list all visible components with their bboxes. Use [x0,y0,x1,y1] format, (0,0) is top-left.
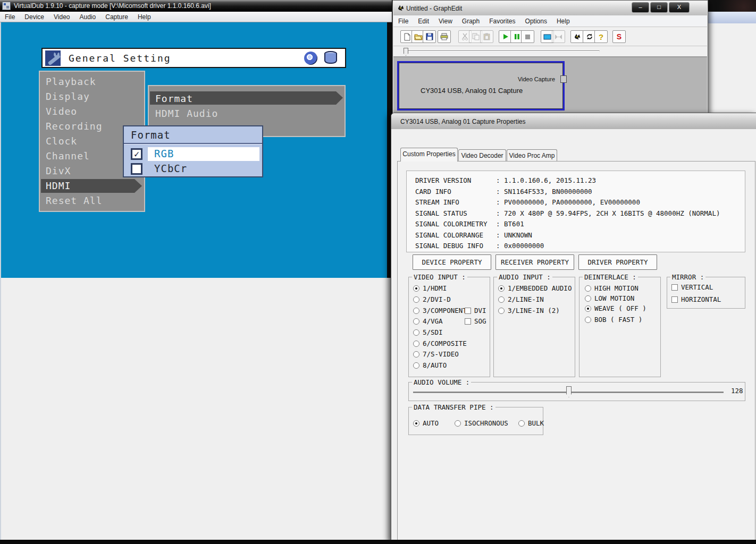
stats-icon[interactable]: S [612,30,626,43]
video-capture-pin[interactable] [560,75,567,83]
ge-menu-edit[interactable]: Edit [413,18,434,25]
osd-header-title: General Setting [69,53,171,64]
maximize-button[interactable]: □ [650,2,668,13]
radio-line-in[interactable]: 2/LINE-IN [498,295,544,303]
radio-auto[interactable]: AUTO [413,419,439,427]
ge-menu-view[interactable]: View [434,18,457,25]
osd-option-rgb: RGB [154,148,174,159]
osd-item-channel: Channel [46,150,90,162]
virtualdub-client-area [1,278,391,540]
info-row: SIGNAL STATUS: 720 X 480P @ 59.94FPS, 2C… [415,208,745,219]
driver-property-button[interactable]: DRIVER PROPERTY [578,254,657,270]
osd-item-playback: Playback [46,76,96,87]
radio-embedded-audio[interactable]: 1/EMBEDDED AUDIO [498,284,572,292]
radio-isochronous[interactable]: ISOCHRONOUS [455,419,508,427]
osd-item-hdmi: HDMI [46,180,71,191]
virtualdub-titlebar[interactable]: VirtualDub 1.9.10 - capture mode [V:\Mic… [0,0,392,12]
radio-8-auto[interactable]: 8/AUTO [413,361,447,369]
vd-menu-audio[interactable]: Audio [75,12,101,22]
driver-info-panel: DRIVER VERSION: 1.1.0.160.6, 2015.11.23 … [406,171,745,252]
deinterlace-label: DEINTERLACE : [583,273,638,281]
screen-bottom-edge [0,540,756,544]
vd-menu-help[interactable]: Help [133,12,156,22]
disc-icon [304,52,317,65]
audio-volume-label: AUDIO VOLUME : [412,378,471,386]
save-icon[interactable] [423,30,436,43]
close-button[interactable]: X [669,2,690,13]
mirror-label: MIRROR : [670,273,705,281]
receiver-property-button[interactable]: RECEIVER PROPERTY [495,254,574,270]
volume-value: 128 [731,387,743,395]
graphedit-toolbar: ? S [393,27,707,46]
ge-menu-help[interactable]: Help [552,18,575,25]
radio-line-in-2[interactable]: 3/LINE-IN (2) [498,307,560,314]
graphedit-menubar: File Edit View Graph Favorites Options H… [393,15,707,27]
tab-page: DRIVER VERSION: 1.1.0.160.6, 2015.11.23 … [397,161,755,540]
video-input-group: VIDEO INPUT : 1/HDMI 2/DVI-D 3/COMPONENT… [408,277,490,377]
osd-item-divx: DivX [46,165,71,176]
radio-5-sdi[interactable]: 5/SDI [413,328,443,336]
osd-subitem-format: Format [155,93,193,104]
radio-low-motion[interactable]: LOW MOTION [585,294,634,302]
radio-weave[interactable]: WEAVE ( OFF ) [585,304,646,312]
vd-menu-capture[interactable]: Capture [100,12,133,22]
ge-menu-options[interactable]: Options [520,18,552,25]
filter-box[interactable]: Video Capture CY3014 USB, Analog 01 Capt… [399,63,563,109]
audio-input-label: AUDIO INPUT : [497,273,552,281]
info-row: SIGNAL COLORRANGE: UNKNOWN [415,230,745,241]
graphedit-app-icon [397,4,405,12]
tab-video-decoder[interactable]: Video Decoder [458,149,506,162]
graphedit-titlebar[interactable]: Untitled - GraphEdit – □ X [393,1,707,15]
sog-checkbox[interactable]: SOG [465,317,486,325]
horizontal-checkbox[interactable]: HORIZONTAL [671,295,721,303]
stop-icon[interactable] [521,30,534,43]
tab-custom-properties[interactable]: Custom Properties [400,148,458,162]
vd-menu-device[interactable]: Device [20,12,49,22]
osd-popup-separator [124,143,262,144]
radio-bob[interactable]: BOB ( FAST ) [585,316,642,324]
audio-volume-group: AUDIO VOLUME : 128 [408,382,745,401]
tab-video-proc-amp[interactable]: Video Proc Amp [507,149,557,162]
dialog-body: Custom Properties Video Decoder Video Pr… [393,129,756,538]
ge-menu-graph[interactable]: Graph [457,18,484,25]
device-property-button[interactable]: DEVICE PROPERTY [413,254,491,270]
dialog-title-text: CY3014 USB, Analog 01 Capture Properties [400,118,525,125]
radio-6-composite[interactable]: 6/COMPOSITE [413,339,467,347]
radio-7-s-video[interactable]: 7/S-VIDEO [413,350,459,358]
info-row: DRIVER VERSION: 1.1.0.160.6, 2015.11.23 [415,175,745,186]
info-row: STREAM INFO: PV00000000, PA00000000, EV0… [415,197,745,208]
dialog-titlebar[interactable]: CY3014 USB, Analog 01 Capture Properties [391,113,756,129]
graph-canvas[interactable]: Video Capture CY3014 USB, Analog 01 Capt… [393,57,707,114]
osd-option-ycbcr: YCbCr [154,163,187,174]
volume-slider-thumb[interactable] [566,386,572,397]
seek-bar[interactable] [393,46,707,57]
ycbcr-checkbox [131,163,142,175]
radio-2-dvi-d[interactable]: 2/DVI-D [413,295,451,303]
vd-menu-video[interactable]: Video [49,12,74,22]
osd-popup-title: Format [131,129,171,141]
seek-groove [405,50,600,53]
radio-high-motion[interactable]: HIGH MOTION [585,284,639,292]
info-row: CARD INFO: SN1164F533, BN00000000 [415,186,745,198]
ge-menu-file[interactable]: File [393,18,413,25]
dvi-checkbox[interactable]: DVI [465,307,486,314]
radio-bulk[interactable]: BULK [518,419,544,427]
paste-icon[interactable] [480,30,493,43]
disconnect-icon[interactable] [552,30,565,43]
render-graph-icon[interactable] [570,30,584,43]
minimize-button[interactable]: – [632,2,649,13]
vertical-checkbox[interactable]: VERTICAL [671,283,713,291]
background-window-menu-strip [708,12,756,23]
seek-thumb[interactable] [404,48,408,56]
help-icon[interactable]: ? [594,30,608,43]
radio-1-hdmi[interactable]: 1/HDMI [413,284,447,292]
ge-menu-favorites[interactable]: Favorites [484,18,520,25]
radio-4-vga[interactable]: 4/VGA [413,317,443,325]
filter-name: CY3014 USB, Analog 01 Capture [421,87,523,95]
vd-menu-file[interactable]: File [0,12,20,22]
data-transfer-pipe-group: DATA TRANSFER PIPE : AUTO ISOCHRONOUS BU… [408,407,543,435]
data-transfer-pipe-label: DATA TRANSFER PIPE : [412,403,495,411]
print-icon[interactable] [438,30,451,43]
radio-3-component[interactable]: 3/COMPONENT [413,307,467,314]
wrench-icon [45,50,61,66]
